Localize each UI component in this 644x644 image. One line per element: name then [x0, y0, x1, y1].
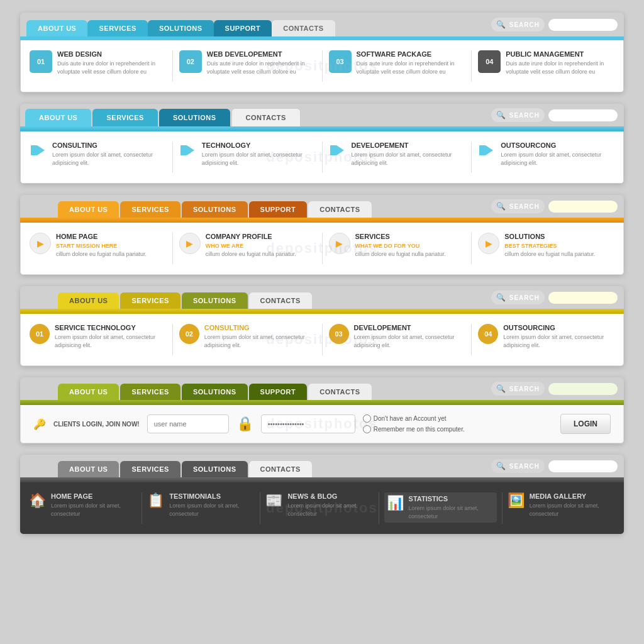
search-label-4: SEARCH: [509, 294, 540, 301]
tab-contacts-4[interactable]: CONTACTS: [249, 292, 312, 309]
nav-item-3-4: ▶ SOLUTIONS BEST STRATEGIES cillum dolor…: [478, 233, 614, 258]
icon-box-2: 02: [179, 50, 202, 73]
item-desc-6-4: Lorem ipsum dolor sit amet, consectetur: [409, 504, 494, 520]
tab-contacts-1[interactable]: CONTACTS: [272, 20, 335, 36]
search-label-6: SEARCH: [509, 463, 540, 470]
tab-contacts-5[interactable]: CONTACTS: [308, 384, 371, 400]
num-circle-2: 02: [179, 324, 199, 344]
play-btn-1[interactable]: ▶: [30, 233, 51, 254]
nav-block-4: ABOUT US SERVICES SOLUTIONS CONTACTS 🔍 S…: [20, 286, 624, 366]
search-input-2[interactable]: [548, 109, 618, 121]
tab-services-3[interactable]: SERVICES: [120, 201, 180, 218]
play-btn-2[interactable]: ▶: [179, 233, 201, 254]
item-desc-1-1: Duis aute irure dolor in reprehenderit i…: [57, 60, 166, 75]
item-desc-2-1: Lorem ipsum dolor sit amet, consectetur …: [52, 151, 166, 167]
item-title-4-2: CONSULTING: [204, 324, 316, 331]
item-desc-1-2: Duis aute irure dolor in reprehenderit i…: [207, 60, 316, 75]
tab-about-1[interactable]: ABOUT US: [26, 20, 87, 36]
item-title-4-3: DEVELOPEMENT: [354, 324, 465, 331]
item-sub-3-4: BEST STRATEGIES: [504, 242, 595, 250]
option1-radio[interactable]: [363, 414, 371, 423]
option2-radio[interactable]: [363, 425, 371, 433]
options-area: Don't have an Account yet Remember me on…: [363, 414, 465, 433]
item-title-2-2: TECHNOLOGY: [202, 142, 316, 149]
item-title-3-4: SOLUTIONS: [504, 233, 595, 240]
tab-solutions-5[interactable]: SOLUTIONS: [182, 384, 248, 400]
nav-item-2-1: CONSULTING Lorem ipsum dolor sit amet, c…: [30, 142, 166, 167]
tab-contacts-6[interactable]: CONTACTS: [249, 461, 312, 477]
username-input[interactable]: [147, 414, 229, 433]
tab-solutions-2[interactable]: SOLUTIONS: [159, 109, 230, 126]
svg-marker-1: [37, 145, 45, 155]
tab-services-6[interactable]: SERVICES: [120, 461, 180, 477]
tab-contacts-2[interactable]: CONTACTS: [231, 108, 301, 126]
num-circle-3: 03: [329, 324, 349, 344]
tab-about-5[interactable]: ABOUT US: [58, 384, 119, 400]
nav-block-6: ABOUT US SERVICES SOLUTIONS CONTACTS 🔍 S…: [20, 455, 624, 534]
tab-services-5[interactable]: SERVICES: [120, 384, 180, 400]
nav-item-4-1: 01 SERVICE TECHNOLOGY Lorem ipsum dolor …: [30, 324, 166, 349]
tab-solutions-3[interactable]: SOLUTIONS: [182, 201, 248, 218]
search-input-6[interactable]: [548, 460, 618, 472]
tab-support-5[interactable]: SUPPORT: [249, 384, 308, 400]
item-desc-1-4: Duis aute irure dolor in reprehenderit i…: [506, 60, 614, 75]
nav-item-6-3: 📰 NEWS & BLOG Lorem ipsum dolor sit amet…: [265, 492, 373, 518]
search-area-4: 🔍 SEARCH: [491, 291, 618, 304]
nav-block-3: ABOUT US SERVICES SOLUTIONS SUPPORT CONT…: [20, 195, 624, 275]
svg-marker-5: [336, 145, 344, 155]
svg-marker-7: [486, 145, 493, 155]
svg-rect-6: [479, 145, 486, 155]
option2-label[interactable]: Remember me on this computer.: [363, 425, 465, 433]
nav-block-1: ABOUT US SERVICES SOLUTIONS SUPPORT CONT…: [20, 13, 624, 92]
search-area-5: 🔍 SEARCH: [491, 382, 618, 396]
item-sub-3-2: WHO WE ARE: [206, 242, 296, 250]
tab-solutions-4[interactable]: SOLUTIONS: [182, 292, 248, 309]
tab-solutions-1[interactable]: SOLUTIONS: [148, 20, 214, 36]
tab-about-3[interactable]: ABOUT US: [58, 201, 119, 218]
item-desc-4-1: Lorem ipsum dolor sit amet, consectetur …: [55, 333, 166, 349]
item-title-2-4: OUTSOURCONG: [501, 142, 614, 149]
item-title-6-4: STATISTICS: [409, 495, 494, 502]
item-title-6-5: MEDIA GALLERY: [530, 492, 615, 500]
item-title-6-1: HOME PAGE: [51, 492, 136, 500]
search-input-5[interactable]: [548, 383, 618, 395]
tab-services-2[interactable]: SERVICES: [92, 109, 157, 126]
search-label-1: SEARCH: [509, 21, 540, 28]
tab-support-1[interactable]: SUPPORT: [214, 20, 272, 36]
tab-about-2[interactable]: ABOUT US: [25, 109, 91, 126]
nav-item-1-3: 03 SOFTWARE PACKAGE Duis aute irure dolo…: [329, 50, 465, 75]
search-input-3[interactable]: [548, 201, 618, 213]
tab-services-4[interactable]: SERVICES: [120, 292, 180, 309]
item-title-3-2: COMPANY PROFILE: [206, 233, 296, 240]
nav-item-6-1: 🏠 HOME PAGE Lorem ipsum dolor sit amet, …: [29, 492, 136, 518]
tab-about-4[interactable]: ABOUT US: [58, 292, 119, 309]
item-desc-4-2: Lorem ipsum dolor sit amet, consectetur …: [204, 333, 316, 349]
tab-services-1[interactable]: SERVICES: [87, 20, 147, 36]
gallery-icon: 🖼️: [508, 492, 525, 509]
item-title-2-3: DEVELOPEMENT: [352, 142, 465, 149]
play-btn-3[interactable]: ▶: [329, 233, 350, 254]
item-desc-6-5: Lorem ipsum dolor sit amet, consectetur: [530, 502, 615, 518]
testimonials-icon: 📋: [147, 492, 164, 509]
search-input-1[interactable]: [548, 19, 618, 31]
play-btn-4[interactable]: ▶: [478, 233, 499, 254]
login-button[interactable]: LOGIN: [560, 414, 611, 434]
login-row: 🔑 CLIENTS LOGIN, JOIN NOW! 🔒 Don't have …: [33, 414, 611, 434]
item-desc-4-3: Lorem ipsum dolor sit amet, consectetur …: [354, 333, 465, 349]
search-icon-5: 🔍: [496, 384, 506, 393]
option1-label[interactable]: Don't have an Account yet: [363, 414, 465, 423]
nav-item-2-2: TECHNOLOGY Lorem ipsum dolor sit amet, c…: [179, 142, 316, 167]
item-desc-3-1: cillum dolore eu fugiat nulla pariatur.: [56, 250, 147, 258]
password-input[interactable]: [261, 414, 355, 433]
tab-support-3[interactable]: SUPPORT: [249, 201, 308, 218]
blog-icon: 📰: [265, 492, 282, 509]
search-input-4[interactable]: [548, 292, 618, 304]
tab-solutions-6[interactable]: SOLUTIONS: [182, 461, 248, 477]
flag-icon-3: [329, 142, 347, 159]
svg-marker-3: [187, 145, 194, 155]
item-title-1-1: WEB DESIGN: [57, 50, 166, 58]
item-title-4-4: OUTSOURCING: [503, 324, 614, 331]
tab-about-6[interactable]: ABOUT US: [58, 461, 119, 477]
tab-contacts-3[interactable]: CONTACTS: [308, 201, 371, 218]
item-sub-3-3: WHAT WE DO FOR YOU: [355, 242, 446, 250]
